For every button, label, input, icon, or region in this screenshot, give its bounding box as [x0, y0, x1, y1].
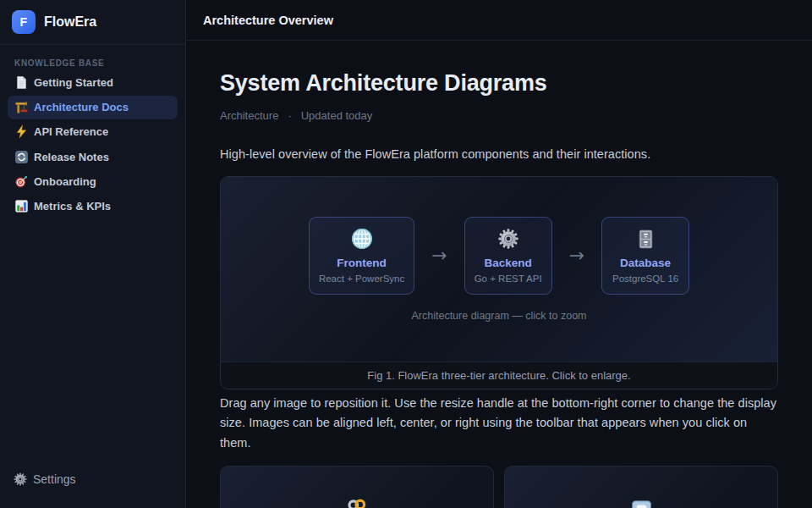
sidebar-item-label: API Reference [34, 125, 108, 138]
sidebar-item-onboarding[interactable]: Onboarding [8, 169, 178, 193]
sidebar-item-label: Onboarding [34, 175, 96, 188]
node-name: Database [612, 257, 679, 269]
bar-chart-icon [14, 199, 29, 213]
meta-category: Architecture [220, 109, 278, 122]
sidebar-item-label: Release Notes [34, 151, 109, 163]
sidebar-item-metrics-kpis[interactable]: Metrics & KPIs [8, 194, 178, 218]
target-icon [14, 174, 29, 189]
diagram-nodes: Frontend React + PowerSync → [221, 217, 777, 295]
lightning-icon [14, 124, 29, 139]
meta-separator-icon: · [288, 109, 291, 122]
intro-paragraph: High-level overview of the FlowEra platf… [220, 147, 778, 161]
sidebar-header: F FlowEra [0, 0, 185, 45]
topbar: Architecture Overview [186, 0, 812, 41]
sidebar-item-getting-started[interactable]: Getting Started [8, 71, 178, 95]
arrow-right-icon: → [569, 246, 584, 265]
gear-icon [14, 472, 27, 486]
rings-icon [346, 494, 368, 508]
figure-caption: Fig 1. FlowEra three-tier architecture. … [221, 362, 777, 389]
sidebar-item-release-notes[interactable]: Release Notes [8, 145, 178, 168]
sidebar-item-architecture-docs[interactable]: Architecture Docs [8, 96, 178, 119]
meta-updated: Updated today [301, 109, 373, 122]
nav-section-label: KNOWLEDGE BASE [8, 58, 178, 68]
app-window: F FlowEra KNOWLEDGE BASE [0, 0, 812, 508]
main-panel: Architecture Overview System Architectur… [186, 0, 812, 508]
file-cabinet-icon [612, 229, 679, 250]
sidebar-item-api-reference[interactable]: API Reference [8, 120, 178, 144]
page-title: System Architecture Diagrams [220, 70, 778, 97]
sidebar: F FlowEra KNOWLEDGE BASE [0, 0, 186, 508]
sidebar-item-label: Architecture Docs [34, 101, 129, 113]
node-frontend[interactable]: Frontend React + PowerSync [309, 217, 414, 295]
figure-canvas: Frontend React + PowerSync → [221, 177, 777, 362]
sidebar-settings[interactable]: Settings [0, 472, 185, 486]
gear-icon [475, 229, 542, 250]
refresh-icon [14, 150, 29, 164]
page-icon [14, 75, 29, 90]
node-subtitle: Go + REST API [475, 273, 542, 284]
construction-icon [14, 100, 29, 114]
node-subtitle: PostgreSQL 16 [612, 273, 679, 284]
node-name: Frontend [319, 257, 404, 269]
image-card-left[interactable] [220, 466, 494, 508]
sidebar-item-label: Getting Started [34, 76, 113, 89]
node-database[interactable]: Database PostgreSQL 16 [601, 217, 689, 295]
figure-hint: Architecture diagram — click to zoom [221, 310, 777, 322]
device-icon [631, 494, 652, 508]
node-name: Backend [475, 257, 542, 269]
settings-label: Settings [33, 472, 76, 486]
architecture-figure[interactable]: Frontend React + PowerSync → [220, 176, 778, 389]
app-name: FlowEra [44, 14, 96, 30]
app-logo[interactable]: F [12, 10, 36, 34]
node-backend[interactable]: Backend Go + REST API [464, 217, 552, 295]
image-card-right[interactable] [504, 466, 778, 508]
sidebar-item-label: Metrics & KPIs [34, 200, 111, 213]
node-subtitle: React + PowerSync [319, 273, 404, 284]
globe-icon [319, 229, 404, 250]
image-cards [220, 466, 778, 508]
arrow-right-icon: → [431, 246, 447, 265]
body-paragraph: Drag any image to reposition it. Use the… [220, 394, 778, 453]
article: System Architecture Diagrams Architectur… [186, 41, 812, 508]
sidebar-nav: KNOWLEDGE BASE Getting Started [0, 45, 185, 472]
article-meta: Architecture · Updated today [220, 109, 778, 122]
topbar-title: Architecture Overview [203, 14, 333, 27]
